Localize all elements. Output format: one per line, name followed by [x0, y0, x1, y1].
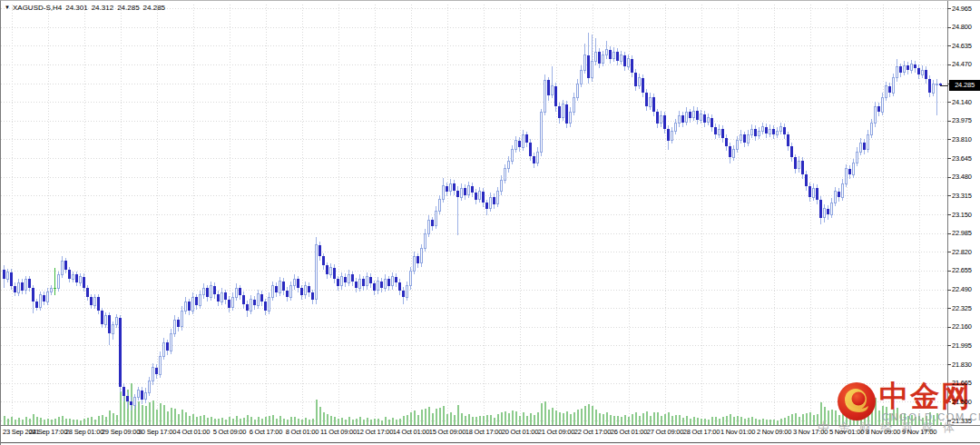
price-axis-label: 23.150	[952, 211, 972, 219]
time-axis-label: 29 Sep 09:00	[102, 428, 140, 436]
time-axis-label: 5 Oct 09:00	[213, 428, 247, 436]
price-axis-label: 21.995	[952, 341, 972, 350]
price-axis-label: 23.975	[952, 116, 972, 124]
ohlc-open-value: 24.301	[65, 4, 87, 12]
time-axis-label: 26 Oct 01:00	[611, 428, 648, 436]
axes	[1, 1, 980, 426]
time-axis-label: 14 Oct 01:00	[393, 428, 430, 436]
time-axis-label: 18 Oct 17:00	[466, 428, 503, 436]
price-axis-label: 24.635	[952, 42, 972, 50]
time-axis-label: 28 Oct 17:00	[683, 428, 720, 436]
current-price-tag: 24.285	[949, 80, 980, 91]
price-axis-label: 23.810	[952, 135, 972, 143]
price-axis-label: 22.490	[952, 285, 972, 293]
candles	[3, 33, 942, 410]
time-axis-label: 3 Nov 17:00	[793, 428, 828, 436]
time-axis-label: 1 Nov 01:00	[720, 428, 755, 436]
price-axis-label: 22.325	[952, 304, 972, 312]
price-axis-label: 21.665	[952, 379, 972, 387]
time-axis-label: 11 Oct 09:00	[320, 428, 357, 436]
price-axis-label: 22.820	[952, 248, 972, 256]
time-axis-label: 2 Nov 09:00	[757, 428, 791, 436]
price-axis-label: 21.335	[952, 417, 972, 425]
candlestick-chart-canvas[interactable]	[1, 1, 980, 445]
chart-collapse-triangle-icon[interactable]: ▼	[5, 5, 10, 10]
price-axis-label: 22.655	[952, 266, 972, 274]
ohlc-close-value: 24.285	[143, 4, 165, 12]
time-axis-label: 4 Oct 01:00	[177, 428, 211, 436]
price-axis-label: 21.500	[952, 398, 972, 406]
symbol-info: ▼XAGUSD-S,H424.30124.31224.28524.285	[5, 4, 169, 12]
time-axis-label: 8 Oct 01:00	[286, 428, 319, 436]
volume-bars	[4, 383, 942, 425]
time-axis-label: 22 Oct 17:00	[574, 428, 612, 436]
time-axis-label: 27 Oct 09:00	[647, 428, 684, 436]
ohlc-low-value: 24.285	[117, 4, 139, 12]
time-axis-label: 6 Oct 17:00	[250, 428, 283, 436]
price-axis-label: 23.645	[952, 154, 972, 163]
price-axis-label: 22.985	[952, 229, 972, 237]
time-axis-label: 12 Oct 17:00	[357, 428, 394, 436]
mt4-chart-window: ▼XAGUSD-S,H424.30124.31224.28524.285 24.…	[0, 0, 980, 445]
price-axis-label: 24.965	[952, 5, 972, 13]
time-axis-label: 21 Oct 09:00	[538, 428, 575, 436]
price-axis-label: 24.800	[952, 23, 972, 31]
price-axis-label: 23.480	[952, 173, 972, 181]
ohlc-high-value: 24.312	[92, 4, 113, 12]
time-axis-label: 30 Sep 17:00	[138, 428, 176, 436]
time-axis-label: 8 Nov 09:00	[866, 428, 900, 436]
symbol-timeframe-label: XAGUSD-S,H4	[13, 4, 62, 12]
price-axis-label: 24.470	[952, 60, 972, 68]
time-axis-label: 28 Sep 01:00	[65, 428, 103, 436]
price-axis-label: 24.140	[952, 98, 972, 106]
price-axis-label: 22.160	[952, 322, 972, 331]
time-axis-label: 15 Oct 09:00	[429, 428, 466, 436]
grid	[1, 5, 947, 425]
time-axis-label: 5 Nov 01:00	[829, 428, 864, 436]
price-axis-label: 21.830	[952, 361, 972, 369]
time-axis-label: 9 Nov 17:00	[902, 428, 936, 436]
price-axis-label: 23.315	[952, 192, 972, 200]
time-axis-label: 20 Oct 01:00	[502, 428, 539, 436]
time-axis-label: 24 Sep 17:00	[29, 428, 67, 436]
